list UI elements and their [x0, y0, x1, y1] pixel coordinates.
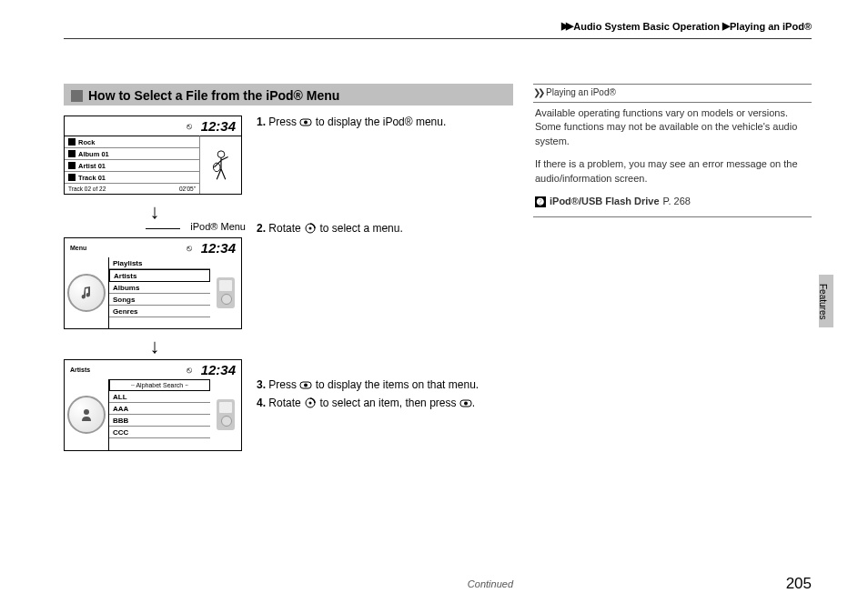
illustrations-column: ⎋ 12:34 Rock Album 01 Artist 01 Track 01… [64, 116, 246, 457]
svg-point-2 [84, 409, 89, 415]
cross-reference: ➋ iPod®/USB Flash Drive P. 268 [535, 195, 810, 209]
chevron-right-icon: ▶ [722, 20, 727, 32]
list-item: Album 01 [65, 148, 199, 160]
album-art-area [199, 136, 241, 194]
ipod-graphic [210, 257, 241, 328]
list-item: Genres [109, 306, 210, 317]
sidebar-paragraph: Available operating functions vary on mo… [535, 106, 810, 150]
page-number: 205 [786, 575, 812, 593]
instruction-steps: 1. Press to display the iPod® menu. 2. R… [257, 115, 516, 415]
track-icon [68, 174, 76, 181]
press-button-icon [299, 116, 312, 127]
guitarist-icon [207, 148, 235, 183]
svg-point-6 [309, 226, 312, 229]
usb-icon: ⎋ [187, 121, 192, 131]
menu-title: Menu [70, 245, 86, 251]
arrow-down-icon: ↓ [64, 336, 246, 357]
dial-graphic [65, 379, 108, 450]
menu-list: Playlists Artists Albums Songs Genres [108, 257, 210, 328]
breadcrumb-part-2: Playing an iPod® [730, 21, 812, 32]
svg-point-0 [217, 150, 225, 157]
breadcrumb: ▶▶ Audio System Basic Operation ▶ Playin… [561, 20, 812, 32]
genre-icon [68, 138, 76, 146]
nowplaying-list: Rock Album 01 Artist 01 Track 01 Track 0… [65, 136, 199, 194]
clock-display: 12:34 [201, 118, 236, 134]
continued-label: Continued [64, 578, 513, 589]
artists-list: ·· Alphabet Search ·· ALL AAA BBB CCC [108, 379, 210, 450]
section-header: How to Select a File from the iPod® Menu [64, 84, 513, 106]
svg-point-12 [464, 402, 468, 406]
album-icon [68, 150, 76, 157]
sidebar-heading-text: Playing an iPod® [546, 86, 616, 100]
list-item: ALL [109, 391, 210, 403]
screen-header: ⎋ 12:34 [65, 116, 241, 136]
track-time: 02'05" [179, 186, 196, 192]
list-item: Playlists [109, 257, 210, 269]
rotate-dial-icon [304, 223, 317, 234]
usb-icon: ⎋ [187, 243, 192, 253]
list-item-selected: Artists [109, 269, 210, 282]
artist-icon [68, 162, 76, 169]
ipod-screen-menu: Menu ⎋ 12:34 Playlists Artists Albums So… [64, 237, 242, 329]
screen-header: Menu ⎋ 12:34 [65, 238, 241, 257]
sidebar-heading: ❯❯ Playing an iPod® [533, 84, 812, 103]
svg-point-8 [304, 383, 308, 387]
xref-label: iPod®/USB Flash Drive [550, 195, 660, 209]
list-item: Track 01 [65, 172, 199, 184]
list-item: Rock [65, 136, 199, 148]
ipod-screen-nowplaying: ⎋ 12:34 Rock Album 01 Artist 01 Track 01… [64, 116, 242, 195]
info-sidebar: ❯❯ Playing an iPod® Available operating … [533, 84, 812, 217]
step-1: 1. Press to display the iPod® menu. [257, 115, 516, 130]
ipod-screen-artists: Artists ⎋ 12:34 ·· Alphabet Search ·· AL… [64, 359, 242, 451]
divider [64, 38, 812, 39]
sidebar-body: Available operating functions vary on mo… [533, 103, 812, 218]
step-2: 2. Rotate to select a menu. [257, 221, 516, 236]
artists-title: Artists [70, 367, 90, 373]
clock-display: 12:34 [201, 362, 236, 377]
side-tab-label: Features [818, 284, 828, 319]
sidebar-paragraph: If there is a problem, you may see an er… [535, 157, 810, 186]
list-item: AAA [109, 403, 210, 415]
rotate-dial-icon [304, 397, 317, 408]
ipod-icon [217, 277, 235, 308]
list-item: CCC [109, 427, 210, 438]
breadcrumb-part-1: Audio System Basic Operation [573, 21, 720, 32]
ipod-menu-label: iPod® Menu [190, 221, 246, 232]
track-position: Track 02 of 22 [68, 186, 106, 192]
person-icon [79, 407, 94, 422]
ipod-graphic [210, 379, 241, 450]
press-button-icon [299, 379, 312, 390]
svg-point-4 [304, 121, 308, 125]
list-item: Artist 01 [65, 160, 199, 172]
chevron-right-icon: ❯❯ [533, 86, 542, 100]
xref-page: P. 268 [663, 195, 691, 209]
dial-graphic [65, 257, 108, 328]
svg-point-10 [309, 402, 312, 405]
xref-icon: ➋ [535, 196, 546, 207]
press-button-icon [459, 397, 472, 408]
callout-line [146, 228, 180, 229]
chevron-right-icon: ▶▶ [561, 20, 570, 32]
square-bullet-icon [71, 90, 83, 102]
clock-display: 12:34 [201, 240, 236, 256]
track-footer: Track 02 of 22 02'05" [65, 184, 199, 194]
arrow-down-icon: ↓ [64, 201, 246, 223]
usb-icon: ⎋ [187, 365, 192, 375]
ipod-icon [217, 399, 235, 430]
section-title: How to Select a File from the iPod® Menu [88, 88, 339, 103]
screen-header: Artists ⎋ 12:34 [65, 360, 241, 379]
music-note-icon [78, 285, 95, 301]
list-item: Albums [109, 282, 210, 294]
step-3: 3. Press to display the items on that me… [257, 377, 516, 393]
alphabet-search-row: ·· Alphabet Search ·· [109, 379, 210, 391]
step-4: 4. Rotate to select an item, then press … [257, 396, 516, 411]
list-item: BBB [109, 415, 210, 427]
list-item: Songs [109, 294, 210, 306]
